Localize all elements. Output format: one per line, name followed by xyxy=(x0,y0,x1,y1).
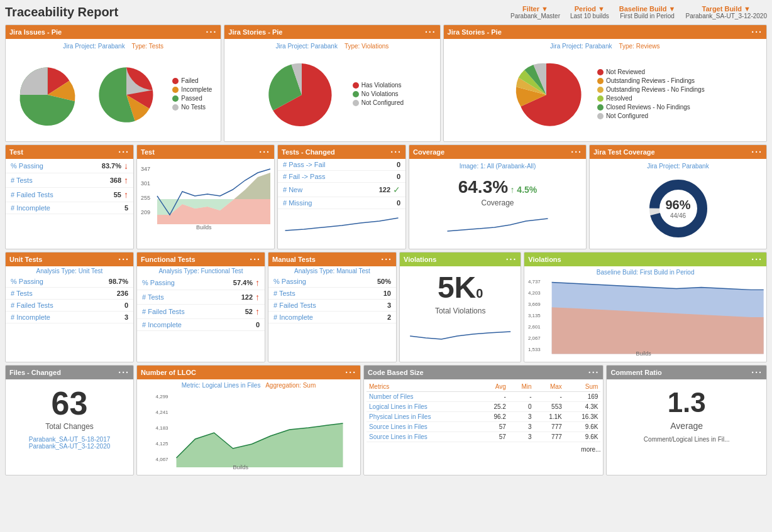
manual-tests-title: Manual Tests xyxy=(272,256,316,263)
unit-tests-title: Unit Tests xyxy=(9,256,42,263)
lloc-menu[interactable]: ··· xyxy=(345,367,356,377)
more-link[interactable]: more... xyxy=(581,446,600,453)
violations-summary-menu[interactable]: ··· xyxy=(506,254,517,264)
coverage-card: Coverage ··· Image: 1: All (Parabank-All… xyxy=(409,144,587,249)
target-control[interactable]: Target Build ▼ Parabank_SA-UT_3-12-2020 xyxy=(685,5,767,19)
jira-test-coverage-card: Jira Test Coverage ··· Jira Project: Par… xyxy=(589,144,767,249)
violations-summary-card: Violations ··· 5K0 Total Violations xyxy=(399,252,521,362)
jira-issues-subtitle-type: Type: Tests xyxy=(132,43,163,50)
comment-ratio-number: 1.3 xyxy=(614,387,759,418)
tc-missing-row: # Missing 0 xyxy=(278,197,405,209)
unit-incomplete-row: # Incomplete 3 xyxy=(6,312,133,323)
violations-chart-svg: 4,737 4,203 3,669 3,135 2,601 2,067 1,53… xyxy=(527,276,764,357)
test-chart-menu[interactable]: ··· xyxy=(259,147,270,157)
violations-chart-menu[interactable]: ··· xyxy=(751,254,763,264)
tc-fail-pass-label: # Fail -> Pass xyxy=(283,173,326,180)
test-stats-card: Test ··· % Passing 83.7% ↓ # Tests 368 ↑ xyxy=(5,144,134,249)
unit-tests-menu[interactable]: ··· xyxy=(118,254,130,264)
test-chart-svg: 347 301 255 209 Builds xyxy=(140,161,272,231)
files-changed-link1[interactable]: Parabank_SA-UT_5-18-2017 xyxy=(13,436,126,443)
jira-test-coverage-menu[interactable]: ··· xyxy=(751,147,763,157)
manual-failed-row: # Failed Tests 3 xyxy=(268,300,396,312)
jira-test-coverage-subtitle: Jira Project: Parabank xyxy=(593,163,763,170)
tc-fail-pass-value: 0 xyxy=(397,173,400,180)
lloc-metric: Metric: Logical Lines in Files Aggregati… xyxy=(140,382,358,389)
svg-text:Builds: Builds xyxy=(196,224,212,231)
jira-issues-pie-chart xyxy=(14,57,80,133)
lloc-chart-svg: 4,299 4,241 4,183 4,125 4,067 Builds xyxy=(140,389,358,470)
comment-ratio-sub: Comment/Logical Lines in Fil... xyxy=(614,436,759,443)
files-changed-number: 63 xyxy=(13,387,126,420)
files-changed-menu[interactable]: ··· xyxy=(118,367,130,377)
jira-stories-violations-menu[interactable]: ··· xyxy=(425,27,436,37)
filter-control[interactable]: Filter ▼ Parabank_Master xyxy=(510,5,560,19)
unit-failed-row: # Failed Tests 0 xyxy=(6,300,133,312)
period-label[interactable]: Period ▼ xyxy=(570,5,609,13)
svg-text:4,241: 4,241 xyxy=(156,410,169,415)
functional-tests-menu[interactable]: ··· xyxy=(250,254,261,264)
test-count-row: # Tests 368 ↑ xyxy=(6,173,133,188)
unit-tests-subtitle: Analysis Type: Unit Test xyxy=(6,266,133,276)
code-based-size-header: Code Based Size ··· xyxy=(364,366,603,379)
baseline-label[interactable]: Baseline Build ▼ xyxy=(619,5,676,13)
cbs-col-metrics: Metrics xyxy=(367,382,479,392)
coverage-label: Coverage xyxy=(418,198,577,207)
coverage-header: Coverage ··· xyxy=(409,145,586,159)
filter-label[interactable]: Filter ▼ xyxy=(510,5,560,13)
test-chart-title: Test xyxy=(141,148,155,156)
tests-changed-title: Tests - Changed xyxy=(282,148,335,156)
coverage-menu[interactable]: ··· xyxy=(571,147,582,157)
svg-text:255: 255 xyxy=(141,195,150,201)
jira-issues-pie-menu[interactable]: ··· xyxy=(206,27,218,37)
coverage-big: 64.3% ↑ 4.5% Coverage xyxy=(413,172,582,212)
violations-big-number: 5K0 xyxy=(406,273,514,303)
svg-text:4,125: 4,125 xyxy=(156,441,169,447)
tc-pass-fail-value: 0 xyxy=(397,161,400,168)
violations-label: Total Violations xyxy=(406,307,514,315)
jira-stories-viol-subtitle-type: Type: Violations xyxy=(345,43,389,50)
filter-value: Parabank_Master xyxy=(510,13,560,19)
tests-changed-sparkline xyxy=(283,212,400,234)
jira-stories-rev-subtitle-project: Jira Project: Parabank xyxy=(550,43,612,50)
violations-summary-header: Violations ··· xyxy=(400,252,521,266)
period-control[interactable]: Period ▼ Last 10 builds xyxy=(570,5,609,19)
target-label[interactable]: Target Build ▼ xyxy=(685,5,767,13)
coverage-title: Coverage xyxy=(413,148,444,156)
test-incomplete-row: # Incomplete 5 xyxy=(6,202,133,214)
test-count-value: 368 xyxy=(110,176,121,184)
svg-text:4,067: 4,067 xyxy=(156,457,169,462)
baseline-value: First Build in Period xyxy=(619,13,676,19)
files-changed-link2[interactable]: Parabank_SA-UT_3-12-2020 xyxy=(13,443,126,450)
jira-stories-viol-subtitle-project: Jira Project: Parabank xyxy=(276,43,338,50)
svg-marker-24 xyxy=(177,423,343,467)
lloc-card: Number of LLOC ··· Metric: Logical Lines… xyxy=(136,365,361,475)
violations-chart-card: Violations ··· Baseline Build: First Bui… xyxy=(524,252,767,362)
test-stats-header: Test ··· xyxy=(6,145,133,159)
test-stats-menu[interactable]: ··· xyxy=(118,147,130,157)
baseline-control[interactable]: Baseline Build ▼ First Build in Period xyxy=(619,5,676,19)
functional-tests-card: Functional Tests ··· Analysis Type: Func… xyxy=(136,252,265,362)
tc-pass-fail-row: # Pass -> Fail 0 xyxy=(278,159,405,171)
test-passing-value: 83.7% xyxy=(102,162,121,170)
table-row: Number of Files - - - 169 xyxy=(367,392,600,402)
test-incomplete-value: 5 xyxy=(124,204,128,212)
code-based-size-menu[interactable]: ··· xyxy=(588,367,600,377)
jira-test-coverage-title: Jira Test Coverage xyxy=(593,148,655,156)
svg-text:4,183: 4,183 xyxy=(156,425,169,431)
manual-incomplete-row: # Incomplete 2 xyxy=(268,312,396,323)
tests-changed-menu[interactable]: ··· xyxy=(390,147,402,157)
jira-stories-reviews-menu[interactable]: ··· xyxy=(751,27,763,37)
table-row: Logical Lines in Files 25.2 0 553 4.3K xyxy=(367,402,600,412)
comment-ratio-menu[interactable]: ··· xyxy=(751,367,763,377)
svg-text:Builds: Builds xyxy=(233,464,249,470)
func-failed-row: # Failed Tests 52 ↑ xyxy=(137,305,265,319)
tests-changed-card: Tests - Changed ··· # Pass -> Fail 0 # F… xyxy=(277,144,406,249)
cbs-col-max: Max xyxy=(534,382,565,392)
lloc-header: Number of LLOC ··· xyxy=(137,366,360,379)
manual-tests-menu[interactable]: ··· xyxy=(381,254,392,264)
code-size-table: Metrics Avg Min Max Sum Number of Files … xyxy=(367,382,600,442)
cbs-col-sum: Sum xyxy=(565,382,601,392)
jira-issues-pie-title: Jira Issues - Pie xyxy=(9,28,62,36)
files-changed-title: Files - Changed xyxy=(9,369,61,376)
svg-text:209: 209 xyxy=(141,209,150,215)
